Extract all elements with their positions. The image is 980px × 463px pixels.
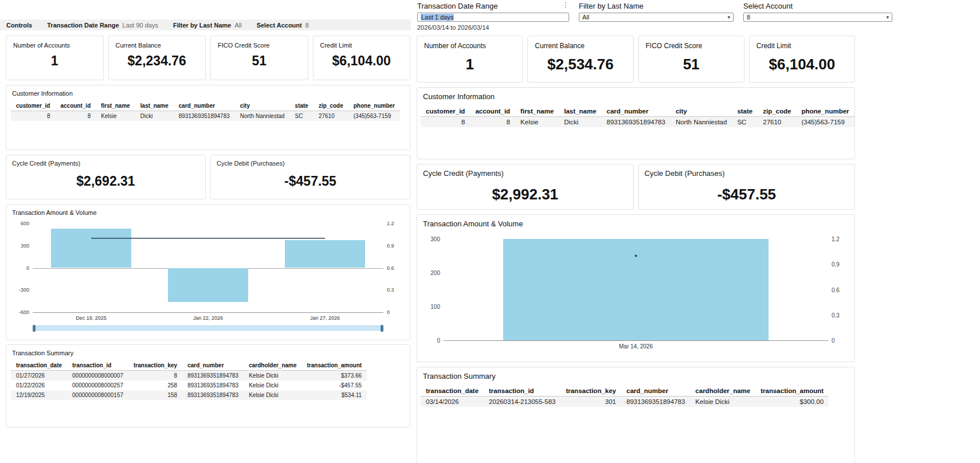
column-header-account_id[interactable]: account_id — [55, 101, 96, 111]
column-header-transaction_amount[interactable]: transaction_amount — [755, 386, 829, 397]
volume-point — [635, 255, 637, 257]
account-select-label: Select Account — [743, 2, 793, 10]
control-chip-last-name[interactable]: Filter by Last Name All — [173, 22, 242, 29]
y-axis-tick: 1.2 — [387, 221, 394, 226]
table-row[interactable]: 01/22/2026000000000800025725889313693518… — [11, 380, 367, 390]
cycle-credit-panel: Cycle Credit (Payments) $2,992.31 — [417, 164, 634, 210]
column-header-city[interactable]: city — [671, 106, 732, 117]
column-header-customer_id[interactable]: customer_id — [11, 101, 55, 111]
chart-range-slider[interactable] — [33, 325, 383, 331]
column-header-state[interactable]: state — [732, 106, 758, 117]
table-row[interactable]: 88KelsieDicki8931369351894783North Nanni… — [11, 111, 400, 121]
range-slider-right-handle[interactable] — [381, 325, 383, 332]
column-header-last_name[interactable]: last_name — [135, 101, 174, 111]
column-header-transaction_amount[interactable]: transaction_amount — [302, 360, 367, 371]
column-header-card_number[interactable]: card_number — [621, 386, 690, 397]
column-header-transaction_date[interactable]: transaction_date — [421, 386, 484, 397]
panel-title: Customer Information — [6, 85, 410, 97]
right-dashboard: Transaction Date Range ⋮ Last 1 days 202… — [417, 0, 980, 463]
y-axis-tick: 0.3 — [832, 312, 840, 319]
column-header-phone_number[interactable]: phone_number — [796, 106, 854, 117]
y-axis-tick: 0.3 — [387, 287, 394, 293]
transaction-summary-panel: Transaction Summary transaction_datetran… — [417, 367, 855, 463]
column-header-transaction_date[interactable]: transaction_date — [11, 360, 67, 371]
kpi-credit-limit: Credit Limit $6,104.00 — [749, 36, 855, 83]
date-range-input[interactable]: Last 1 days — [417, 13, 569, 22]
y-axis-tick: 0.6 — [832, 287, 840, 293]
column-header-transaction_id[interactable]: transaction_id — [484, 386, 560, 397]
x-axis-label: Mar 14, 2026 — [619, 343, 653, 350]
column-header-first_name[interactable]: first_name — [515, 106, 559, 117]
volume-line-layer — [33, 223, 383, 312]
chart-plot-area — [444, 239, 828, 341]
date-range-control: Transaction Date Range ⋮ Last 1 days 202… — [417, 2, 569, 31]
column-header-cardholder_name[interactable]: cardholder_name — [690, 386, 755, 397]
y-axis-tick: 200 — [430, 270, 440, 276]
column-header-card_number[interactable]: card_number — [182, 360, 244, 371]
table-row[interactable]: 03/14/202620260314-213055-58330189313693… — [421, 397, 829, 407]
chart-title: Transaction Amount & Volume — [6, 205, 410, 216]
kpi-current-balance: Current Balance $2,534.76 — [527, 36, 633, 83]
date-range-text: 2026/03/14 to 2026/03/14 — [417, 24, 569, 31]
y-axis-tick: 0 — [26, 265, 29, 271]
column-header-account_id[interactable]: account_id — [470, 106, 515, 117]
column-header-transaction_id[interactable]: transaction_id — [67, 360, 128, 371]
column-header-cardholder_name[interactable]: cardholder_name — [244, 360, 301, 371]
last-name-filter-control: Filter by Last Name All ▾ — [579, 2, 734, 31]
left-dashboard: Controls Transaction Date Range Last 90 … — [0, 0, 411, 463]
table-row[interactable]: 01/27/2026000000000800000788931369351894… — [11, 371, 367, 381]
y-axis-tick: 0 — [832, 338, 835, 344]
controls-row: Transaction Date Range ⋮ Last 1 days 202… — [417, 2, 892, 31]
control-chip-account[interactable]: Select Account 8 — [257, 22, 309, 29]
column-header-last_name[interactable]: last_name — [559, 106, 601, 117]
last-name-filter-dropdown[interactable]: All ▾ — [579, 13, 734, 22]
account-select-value: 8 — [747, 14, 750, 21]
kpi-number-of-accounts: Number of Accounts 1 — [6, 36, 104, 80]
column-header-phone_number[interactable]: phone_number — [348, 101, 400, 111]
y-axis-tick: 0.9 — [387, 243, 394, 249]
y-axis-tick: 0.9 — [832, 261, 840, 268]
kpi-current-balance: Current Balance $2,234.76 — [108, 36, 206, 80]
column-header-card_number[interactable]: card_number — [174, 101, 235, 111]
transaction-amount-volume-panel: Transaction Amount & Volume 6003000-300-… — [6, 204, 410, 340]
controls-bar-title: Controls — [6, 22, 32, 29]
account-select-dropdown[interactable]: 8 ▾ — [743, 13, 892, 22]
date-range-label: Transaction Date Range — [417, 2, 497, 10]
transaction-amount-volume-panel: Transaction Amount & Volume 3002001000 1… — [417, 214, 855, 362]
volume-line-layer — [444, 239, 828, 340]
column-header-transaction_key[interactable]: transaction_key — [128, 360, 182, 371]
range-slider-track[interactable] — [33, 325, 383, 331]
column-header-first_name[interactable]: first_name — [96, 101, 135, 111]
kpi-credit-limit: Credit Limit $6,104.00 — [313, 36, 411, 80]
column-header-city[interactable]: city — [235, 101, 290, 111]
customer-information-table: customer_idaccount_idfirst_namelast_name… — [421, 106, 854, 127]
last-name-filter-label: Filter by Last Name — [579, 2, 644, 10]
column-header-transaction_key[interactable]: transaction_key — [560, 386, 621, 397]
column-header-zip_code[interactable]: zip_code — [758, 106, 796, 117]
account-select-control: Select Account 8 ▾ — [743, 2, 892, 31]
left-y-axis: 6003000-300-600 — [12, 223, 33, 313]
chart-title: Transaction Amount & Volume — [417, 215, 854, 228]
kebab-menu-icon[interactable]: ⋮ — [562, 2, 569, 9]
control-chip-date-range[interactable]: Transaction Date Range Last 90 days — [47, 22, 158, 29]
cycle-row: Cycle Credit (Payments) $2,692.31 Cycle … — [6, 155, 410, 199]
cycle-debit-panel: Cycle Debit (Purchases) -$457.55 — [210, 155, 410, 199]
x-axis-label: Dec 19, 2025 — [76, 315, 107, 321]
kpi-fico-credit-score: FICO Credit Score 51 — [210, 36, 308, 80]
panel-title: Transaction Summary — [417, 367, 854, 380]
y-axis-tick: 0 — [437, 338, 440, 344]
transaction-summary-table: transaction_datetransaction_idtransactio… — [11, 360, 367, 400]
right-y-axis: 1.20.90.60.30 — [383, 223, 404, 313]
table-row[interactable]: 12/19/2025000000000800015715889313693518… — [11, 390, 367, 400]
column-header-state[interactable]: state — [290, 101, 313, 111]
column-header-zip_code[interactable]: zip_code — [313, 101, 348, 111]
y-axis-tick: 0.6 — [387, 265, 394, 271]
column-header-customer_id[interactable]: customer_id — [421, 106, 470, 117]
kpi-fico-credit-score: FICO Credit Score 51 — [638, 36, 744, 83]
controls-bar: Controls Transaction Date Range Last 90 … — [0, 19, 411, 30]
range-slider-left-handle[interactable] — [33, 325, 36, 332]
y-axis-tick: -300 — [19, 287, 29, 293]
table-row[interactable]: 88KelsieDicki8931369351894783North Nanni… — [421, 117, 854, 128]
x-axis-labels: Dec 19, 2025Jan 22, 2026Jan 27, 2026 — [33, 315, 383, 323]
column-header-card_number[interactable]: card_number — [602, 106, 671, 117]
